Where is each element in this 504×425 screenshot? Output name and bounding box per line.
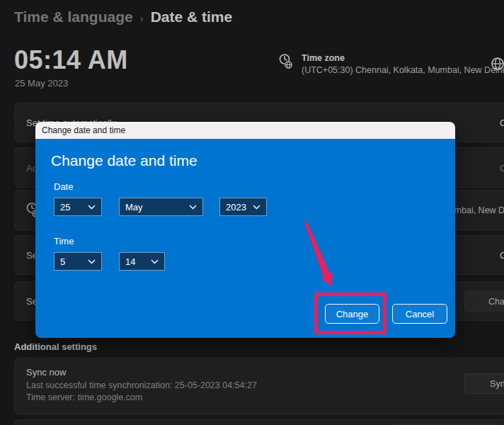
chevron-down-icon — [151, 259, 159, 264]
chevron-down-icon — [88, 205, 96, 210]
date-label: Date — [54, 181, 73, 192]
chevron-down-icon — [253, 205, 260, 210]
year-select[interactable]: 2023 — [219, 198, 267, 216]
month-select-value: May — [125, 202, 143, 212]
chevron-down-icon — [88, 259, 96, 264]
day-select-value: 25 — [60, 202, 70, 212]
chevron-down-icon — [189, 205, 197, 210]
hour-select[interactable]: 5 — [54, 252, 102, 271]
month-select[interactable]: May — [119, 198, 203, 216]
dialog-titlebar[interactable]: Change date and time — [35, 122, 455, 139]
cancel-button[interactable]: Cancel — [392, 304, 447, 324]
dialog-titlebar-text: Change date and time — [42, 125, 125, 135]
dialog-body: Change date and time Date 25 May 2023 Ti… — [35, 139, 455, 338]
change-button[interactable]: Change — [325, 304, 379, 324]
hour-select-value: 5 — [60, 256, 65, 267]
year-select-value: 2023 — [226, 202, 246, 212]
minute-select-value: 14 — [125, 256, 135, 267]
dialog-heading: Change date and time — [51, 152, 197, 169]
minute-select[interactable]: 14 — [119, 252, 165, 271]
day-select[interactable]: 25 — [54, 198, 102, 216]
time-label: Time — [54, 236, 74, 246]
change-date-time-dialog: Change date and time Change date and tim… — [35, 122, 455, 338]
